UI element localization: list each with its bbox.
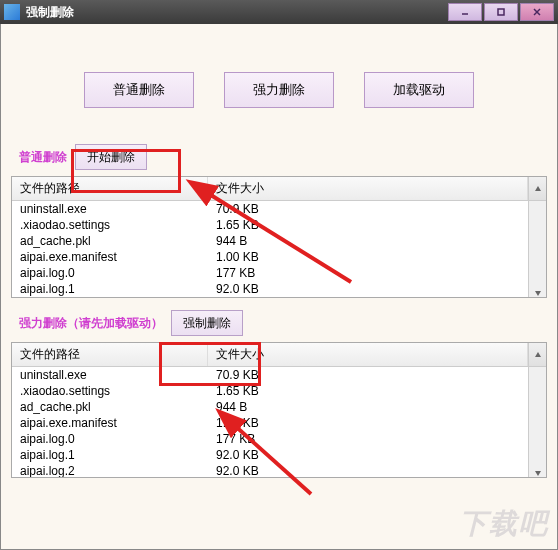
cell-path: ad_cache.pkl [20, 234, 216, 248]
section2-header: 强力删除（请先加载驱动） 强制删除 [11, 304, 547, 342]
cell-size: 1.00 KB [216, 250, 538, 264]
cell-size: 92.0 KB [216, 282, 538, 296]
section2-table: 文件的路径 文件大小 uninstall.exe70.9 KB.xiaodao.… [11, 342, 547, 478]
cell-size: 1.00 KB [216, 416, 538, 430]
col-header-path[interactable]: 文件的路径 [12, 177, 208, 200]
load-driver-button[interactable]: 加载驱动 [364, 72, 474, 108]
col-header-size[interactable]: 文件大小 [208, 177, 528, 200]
svg-rect-1 [498, 9, 504, 15]
watermark: 下载吧 [459, 505, 549, 543]
col-header-path[interactable]: 文件的路径 [12, 343, 208, 366]
section2-label: 强力删除（请先加载驱动） [19, 315, 163, 332]
table-row[interactable]: aipai.log.0177 KB [12, 265, 546, 281]
scrollbar[interactable] [528, 367, 546, 477]
cell-path: aipai.exe.manifest [20, 416, 216, 430]
cell-size: 1.65 KB [216, 218, 538, 232]
app-logo-icon [4, 4, 20, 20]
cell-size: 92.0 KB [216, 464, 538, 477]
svg-marker-7 [535, 471, 541, 476]
cell-path: ad_cache.pkl [20, 400, 216, 414]
table-row[interactable]: aipai.log.192.0 KB [12, 447, 546, 463]
table-row[interactable]: ad_cache.pkl944 B [12, 399, 546, 415]
cell-path: uninstall.exe [20, 202, 216, 216]
cell-size: 944 B [216, 400, 538, 414]
table-row[interactable]: .xiaodao.settings1.65 KB [12, 217, 546, 233]
cell-size: 177 KB [216, 432, 538, 446]
start-delete-button[interactable]: 开始删除 [75, 144, 147, 170]
force-delete-button[interactable]: 强力删除 [224, 72, 334, 108]
svg-marker-4 [535, 186, 541, 191]
scroll-up-icon[interactable] [528, 343, 546, 366]
cell-path: .xiaodao.settings [20, 218, 216, 232]
table-row[interactable]: uninstall.exe70.9 KB [12, 201, 546, 217]
table-row[interactable]: aipai.log.0177 KB [12, 431, 546, 447]
section1-header: 普通删除 开始删除 [11, 138, 547, 176]
table-row[interactable]: aipai.log.192.0 KB [12, 281, 546, 297]
titlebar: 强制删除 [0, 0, 558, 24]
cell-path: aipai.log.1 [20, 282, 216, 296]
table-row[interactable]: aipai.exe.manifest1.00 KB [12, 249, 546, 265]
cell-size: 92.0 KB [216, 448, 538, 462]
cell-size: 70.9 KB [216, 202, 538, 216]
top-button-row: 普通删除 强力删除 加载驱动 [11, 42, 547, 138]
cell-path: aipai.log.0 [20, 266, 216, 280]
cell-path: uninstall.exe [20, 368, 216, 382]
section2-body: uninstall.exe70.9 KB.xiaodao.settings1.6… [12, 367, 546, 477]
minimize-button[interactable] [448, 3, 482, 21]
cell-path: .xiaodao.settings [20, 384, 216, 398]
normal-delete-button[interactable]: 普通删除 [84, 72, 194, 108]
svg-marker-5 [535, 291, 541, 296]
cell-size: 70.9 KB [216, 368, 538, 382]
cell-path: aipai.exe.manifest [20, 250, 216, 264]
window-title: 强制删除 [26, 4, 448, 21]
section1-table: 文件的路径 文件大小 uninstall.exe70.9 KB.xiaodao.… [11, 176, 547, 298]
close-button[interactable] [520, 3, 554, 21]
cell-path: aipai.log.2 [20, 464, 216, 477]
col-header-size[interactable]: 文件大小 [208, 343, 528, 366]
section1-label: 普通删除 [19, 149, 67, 166]
table-row[interactable]: uninstall.exe70.9 KB [12, 367, 546, 383]
maximize-button[interactable] [484, 3, 518, 21]
cell-path: aipai.log.1 [20, 448, 216, 462]
table-row[interactable]: ad_cache.pkl944 B [12, 233, 546, 249]
table-row[interactable]: .xiaodao.settings1.65 KB [12, 383, 546, 399]
table-row[interactable]: aipai.exe.manifest1.00 KB [12, 415, 546, 431]
force-delete-action-button[interactable]: 强制删除 [171, 310, 243, 336]
section1-body: uninstall.exe70.9 KB.xiaodao.settings1.6… [12, 201, 546, 297]
svg-marker-6 [535, 352, 541, 357]
scrollbar[interactable] [528, 201, 546, 297]
cell-size: 177 KB [216, 266, 538, 280]
scroll-up-icon[interactable] [528, 177, 546, 200]
cell-size: 944 B [216, 234, 538, 248]
cell-path: aipai.log.0 [20, 432, 216, 446]
table-row[interactable]: aipai.log.292.0 KB [12, 463, 546, 477]
cell-size: 1.65 KB [216, 384, 538, 398]
